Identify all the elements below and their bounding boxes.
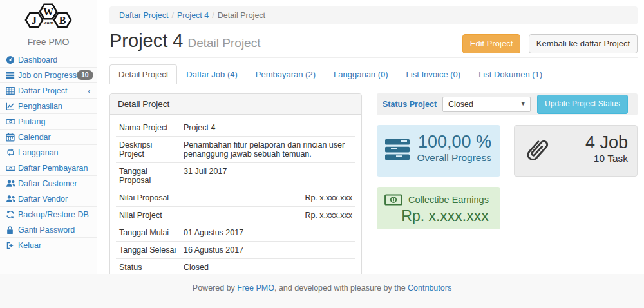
table-row: Nama ProjectProject 4 [116, 119, 355, 137]
tab-daftar-job-4[interactable]: Daftar Job (4) [177, 64, 246, 84]
row-label: Deskripsi Project [116, 137, 180, 163]
paperclip-icon [523, 135, 550, 169]
sidebar-item-label: Langganan [18, 148, 59, 157]
row-value: Penambahan fitur pelaporan dan rincian u… [180, 137, 355, 163]
table-row: Deskripsi ProjectPenambahan fitur pelapo… [116, 137, 355, 163]
breadcrumb: Daftar Project/Project 4/Detail Project [109, 6, 638, 24]
row-label: Nilai Proposal [116, 189, 180, 207]
sidebar-item-label: Ganti Password [18, 226, 75, 235]
logo-letter-w: W [43, 6, 53, 17]
job-task-card: 4 Job 10 Task [514, 125, 638, 177]
footer: Powered by Free PMO, and developed with … [0, 274, 644, 308]
sidebar-item-daftar-vendor[interactable]: Daftar Vendor [0, 191, 97, 207]
money-icon [6, 117, 18, 126]
count-badge: 10 [77, 70, 93, 80]
main-content: Daftar Project/Project 4/Detail Project … [98, 0, 644, 274]
sidebar-item-label: Backup/Restore DB [18, 210, 89, 219]
row-label: Tanggal Selesai [116, 242, 180, 259]
breadcrumb-item-detail-project: Detail Project [218, 11, 265, 20]
retweet-icon [6, 148, 18, 157]
breadcrumb-item-daftar-project[interactable]: Daftar Project [119, 11, 168, 20]
sidebar-item-keluar[interactable]: Keluar [0, 238, 97, 253]
sidebar-item-label: Daftar Project [18, 86, 67, 95]
detail-project-panel: Detail Project Nama ProjectProject 4Desk… [109, 93, 362, 300]
free-pmo-app: J W B .com Free PMO DashboardJob on Prog… [0, 0, 644, 308]
status-select-value: Closed [448, 100, 473, 109]
jwb-logo: J W B .com [0, 0, 97, 35]
sidebar-item-label: Daftar Customer [18, 179, 77, 188]
table-icon [6, 86, 18, 95]
sidebar-item-dashboard[interactable]: Dashboard [0, 52, 97, 68]
line-chart-icon [6, 102, 18, 111]
tab-list-invoice-0[interactable]: List Invoice (0) [397, 64, 470, 84]
sidebar-item-daftar-pembayaran[interactable]: Daftar Pembayaran [0, 160, 97, 176]
caret-down-icon: ▼ [520, 100, 526, 107]
panel-title: Detail Project [110, 94, 361, 115]
edit-project-button[interactable]: Edit Project [462, 34, 520, 53]
table-row: Nilai ProposalRp. x.xxx.xxx [116, 189, 355, 207]
calendar-icon [6, 133, 18, 142]
table-row: Tanggal Selesai16 Agustus 2017 [116, 242, 355, 259]
sidebar-item-label: Daftar Vendor [18, 195, 68, 204]
table-row: Tanggal Mulai01 Agustus 2017 [116, 224, 355, 242]
collectible-earnings-card: Collectibe Earnings Rp. x.xxx.xxx [377, 187, 500, 229]
page-header: Project 4Detail Project Edit Project Kem… [109, 30, 638, 58]
page-subtitle: Detail Project [187, 36, 260, 50]
update-project-status-button[interactable]: Update Project Status [537, 95, 628, 113]
tasks-icon [6, 71, 18, 80]
status-project-select[interactable]: Closed ▼ [442, 97, 531, 112]
brand-name: Free PMO [0, 37, 97, 47]
sidebar-item-calendar[interactable]: Calendar [0, 130, 97, 145]
tab-detail-project[interactable]: Detail Project [109, 64, 177, 84]
sidebar-item-label: Keluar [18, 241, 41, 250]
table-row: Nilai ProjectRp. x.xxx.xxx [116, 207, 355, 224]
row-label: Tanggal Proposal [116, 163, 180, 189]
sidebar-item-label: Job on Progress [18, 71, 77, 80]
sidebar-item-daftar-customer[interactable]: Daftar Customer [0, 176, 97, 191]
status-project-bar: Status Project Closed ▼ Update Project S… [377, 93, 638, 115]
sidebar-item-label: Daftar Pembayaran [18, 164, 88, 173]
sidebar-item-backup-restore-db[interactable]: Backup/Restore DB [0, 207, 97, 222]
earnings-label: Collectibe Earnings [408, 195, 489, 205]
footer-text-2: , and developed with pleasure by the [274, 284, 408, 293]
breadcrumb-separator: / [212, 11, 214, 20]
breadcrumb-item-project-4[interactable]: Project 4 [177, 11, 209, 20]
logo-com-text: .com [43, 20, 54, 26]
tab-pembayaran-2[interactable]: Pembayaran (2) [247, 64, 325, 84]
sign-out-icon [6, 241, 18, 250]
sidebar-item-penghasilan[interactable]: Penghasilan [0, 99, 97, 114]
overall-progress-card: 100,00 % Overall Progress [377, 125, 500, 177]
refresh-icon [6, 210, 18, 219]
tab-list-dokumen-1[interactable]: List Dokumen (1) [469, 64, 551, 84]
sidebar-item-ganti-password[interactable]: Ganti Password [0, 222, 97, 238]
money-icon [6, 164, 18, 173]
tasks-icon [385, 139, 411, 163]
logo-letter-b: B [59, 15, 66, 26]
detail-project-table: Nama ProjectProject 4Deskripsi ProjectPe… [116, 119, 355, 293]
row-value: 01 Agustus 2017 [180, 224, 355, 242]
contributors-link[interactable]: Contributors [408, 284, 451, 293]
sidebar-item-piutang[interactable]: Piutang [0, 114, 97, 130]
dashboard-icon [6, 55, 18, 64]
free-pmo-link[interactable]: Free PMO [237, 284, 274, 293]
row-value: 31 Juli 2017 [180, 163, 355, 189]
sidebar-item-job-on-progress[interactable]: Job on Progress10 [0, 68, 97, 83]
tab-bar: Detail ProjectDaftar Job (4)Pembayaran (… [109, 64, 638, 84]
row-label: Nama Project [116, 119, 180, 137]
sidebar-item-langganan[interactable]: Langganan [0, 145, 97, 160]
row-value: Project 4 [180, 119, 355, 137]
sidebar-item-label: Calendar [18, 133, 51, 142]
footer-text: Powered by [193, 284, 237, 293]
table-row: Tanggal Proposal31 Juli 2017 [116, 163, 355, 189]
jwb-logo-icon: J W B .com [10, 3, 87, 32]
row-value: 16 Agustus 2017 [180, 242, 355, 259]
earnings-value: Rp. x.xxx.xxx [384, 207, 494, 225]
sidebar-menu: DashboardJob on Progress10Daftar Project… [0, 52, 97, 253]
sidebar-item-label: Penghasilan [18, 102, 62, 111]
tab-langganan-0[interactable]: Langganan (0) [325, 64, 397, 84]
money-icon [384, 193, 402, 206]
users-icon [6, 179, 18, 188]
sidebar-item-daftar-project[interactable]: Daftar Project‹ [0, 83, 97, 99]
back-to-project-list-button[interactable]: Kembali ke daftar Project [529, 34, 638, 53]
right-column: Status Project Closed ▼ Update Project S… [377, 93, 638, 300]
